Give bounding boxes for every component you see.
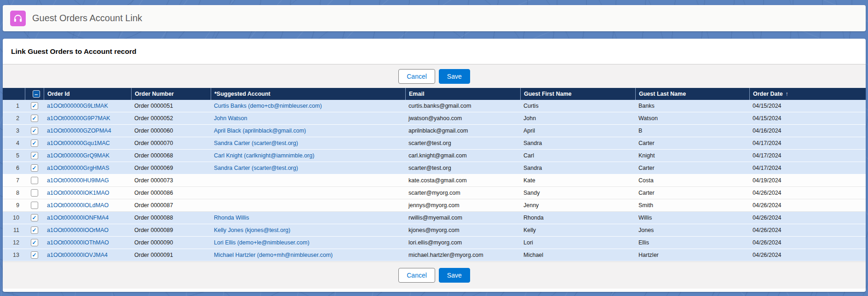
order-id-cell: a1OOt000000IOOrMAO xyxy=(44,227,131,233)
table-row: 5✓a1OOt000000GrQ9MAKOrder 0000068Carl Kn… xyxy=(3,150,866,162)
order-id-cell: a1OOt000000GZOPMA4 xyxy=(44,128,131,134)
row-checkbox[interactable]: ✓ xyxy=(31,251,38,259)
save-button[interactable]: Save xyxy=(439,69,470,84)
col-order-date[interactable]: Order Date ↑ xyxy=(749,88,865,100)
order-number: Order 0000051 xyxy=(134,103,173,109)
order-id-cell: a1OOt000000GrgHMAS xyxy=(44,165,131,171)
row-checkbox[interactable]: ✓ xyxy=(31,115,38,122)
order-id-link[interactable]: a1OOt000000G9LtMAK xyxy=(47,103,108,109)
guest-first-name-value: Carl xyxy=(523,152,534,159)
suggested-account-link[interactable]: Carl Knight (carlknight@iamnimble.org) xyxy=(214,152,314,159)
suggested-account-link[interactable]: Curtis Banks (demo+cb@nimbleuser.com) xyxy=(214,103,322,109)
row-number-cell: 3 xyxy=(3,128,25,134)
row-checkbox[interactable]: ✓ xyxy=(31,164,38,172)
col-suggested-account[interactable]: *Suggested Account xyxy=(211,88,405,100)
order-number-cell: Order 0000052 xyxy=(131,115,211,122)
table-row: 12✓a1OOt000000IOThMAOOrder 0000090Lori E… xyxy=(3,237,866,249)
row-checkbox[interactable]: ✓ xyxy=(31,152,38,159)
row-checkbox[interactable]: ✓ xyxy=(31,127,38,134)
email-value: jwatson@yahoo.com xyxy=(408,115,462,122)
order-number-cell: Order 0000068 xyxy=(131,152,211,159)
save-button-bottom[interactable]: Save xyxy=(439,268,470,283)
guest-last-name-value: Ellis xyxy=(638,239,649,246)
row-checkbox[interactable]: ✓ xyxy=(31,139,38,147)
order-id-link[interactable]: a1OOt000000IOThMAO xyxy=(47,239,109,246)
col-guest-last-name[interactable]: Guest Last Name xyxy=(635,88,749,100)
row-checkbox[interactable]: ✓ xyxy=(31,239,38,246)
main-panel: Link Guest Orders to Account record Canc… xyxy=(3,39,866,292)
select-all-checkbox[interactable]: – xyxy=(33,90,40,98)
suggested-account-link[interactable]: Rhonda Willis xyxy=(214,215,249,221)
order-id-link[interactable]: a1OOt000000IOLdMAO xyxy=(47,202,109,209)
row-checkbox[interactable]: ✓ xyxy=(31,102,38,110)
cancel-button-bottom[interactable]: Cancel xyxy=(398,268,435,283)
col-select-all: – xyxy=(25,88,44,100)
row-number: 2 xyxy=(16,115,19,122)
order-date-cell: 04/15/2024 xyxy=(749,115,865,122)
suggested-account-link[interactable]: April Black (aprilnblack@gmail.com) xyxy=(214,128,306,134)
order-id-link[interactable]: a1OOt000000IOOrMAO xyxy=(47,227,109,233)
row-checkbox[interactable]: ✓ xyxy=(31,214,38,221)
email-value: kate.costa@gmail.com xyxy=(408,177,467,184)
order-id-link[interactable]: a1OOt000000G9P7MAK xyxy=(47,115,110,122)
row-checkbox[interactable] xyxy=(31,189,38,197)
panel-title-bar: Link Guest Orders to Account record xyxy=(3,39,866,64)
order-number: Order 0000073 xyxy=(134,177,173,184)
col-order-id[interactable]: Order Id xyxy=(44,88,131,100)
order-date-cell: 04/26/2024 xyxy=(749,202,865,209)
email-cell: aprilnblack@gmail.com xyxy=(405,128,520,134)
guest-last-name-value: B xyxy=(638,128,642,134)
order-id-link[interactable]: a1OOt000000GrgHMAS xyxy=(47,165,109,171)
order-id-link[interactable]: a1OOt000000GZOPMA4 xyxy=(47,128,111,134)
order-id-link[interactable]: a1OOt000000IONFMA4 xyxy=(47,215,109,221)
order-id-link[interactable]: a1OOt000000GrQ9MAK xyxy=(47,152,109,159)
order-date-cell: 04/26/2024 xyxy=(749,239,865,246)
order-date-value: 04/26/2024 xyxy=(753,202,782,209)
order-id-link[interactable]: a1OOt000000HU9lMAG xyxy=(47,177,109,184)
order-number: Order 0000091 xyxy=(134,252,173,258)
order-date-value: 04/15/2024 xyxy=(753,103,782,109)
row-checkbox[interactable] xyxy=(31,177,38,184)
col-order-number[interactable]: Order Number xyxy=(131,88,211,100)
order-number: Order 0000089 xyxy=(134,227,173,233)
suggested-account-link[interactable]: John Watson xyxy=(214,115,247,122)
row-number: 6 xyxy=(16,165,19,171)
order-id-link[interactable]: a1OOt000000IOVJMA4 xyxy=(47,252,108,258)
row-checkbox[interactable] xyxy=(31,202,38,209)
email-value: scarter@test.org xyxy=(408,140,451,146)
row-number-cell: 7 xyxy=(3,177,25,184)
guest-first-name-cell: Carl xyxy=(520,152,635,159)
row-number: 5 xyxy=(16,152,19,159)
email-value: rwillis@myemail.com xyxy=(408,215,462,221)
suggested-account-link[interactable]: Michael Hartzler (demo+mh@nimbleuser.com… xyxy=(214,252,333,258)
email-cell: jennys@myorg.com xyxy=(405,202,520,209)
row-number-cell: 8 xyxy=(3,190,25,196)
order-number: Order 0000090 xyxy=(134,239,173,246)
suggested-account-link[interactable]: Kelly Jones (kjones@test.org) xyxy=(214,227,290,233)
guest-first-name-cell: Michael xyxy=(520,252,635,258)
row-checkbox-cell xyxy=(25,189,44,197)
guest-last-name-cell: B xyxy=(635,128,749,134)
guest-first-name-cell: Sandra xyxy=(520,165,635,171)
order-id-link[interactable]: a1OOt000000Gqu1MAC xyxy=(47,140,110,146)
guest-first-name-cell: John xyxy=(520,115,635,122)
guest-first-name-value: April xyxy=(523,128,535,134)
order-id-cell: a1OOt000000G9P7MAK xyxy=(44,115,131,122)
guest-first-name-value: Michael xyxy=(523,252,543,258)
email-cell: lori.ellis@myorg.com xyxy=(405,239,520,246)
email-value: carl.knight@gmail.com xyxy=(408,152,467,159)
col-guest-first-name[interactable]: Guest First Name xyxy=(520,88,635,100)
row-checkbox[interactable]: ✓ xyxy=(31,226,38,234)
guest-last-name-cell: Smith xyxy=(635,202,749,209)
row-checkbox-cell: ✓ xyxy=(25,115,44,122)
suggested-account-link[interactable]: Sandra Carter (scarter@test.org) xyxy=(214,165,298,171)
suggested-account-link[interactable]: Sandra Carter (scarter@test.org) xyxy=(214,140,298,146)
suggested-account-link[interactable]: Lori Ellis (demo+le@nimbleuser.com) xyxy=(214,239,310,246)
col-email[interactable]: Email xyxy=(405,88,520,100)
cancel-button[interactable]: Cancel xyxy=(398,69,435,84)
table-row: 6✓a1OOt000000GrgHMASOrder 0000069Sandra … xyxy=(3,162,866,174)
order-date-cell: 04/19/2024 xyxy=(749,177,865,184)
order-number-cell: Order 0000070 xyxy=(131,140,211,146)
row-number: 8 xyxy=(16,190,19,196)
order-id-link[interactable]: a1OOt000000IOK1MAO xyxy=(47,190,109,196)
